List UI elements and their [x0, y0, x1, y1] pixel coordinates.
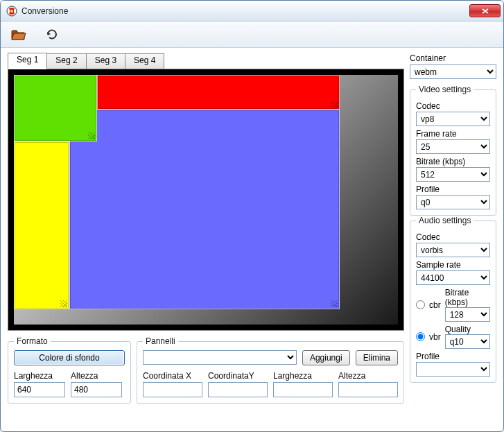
panel-altezza-input[interactable] [338, 382, 398, 397]
video-profile-select[interactable]: q0 [416, 195, 490, 209]
video-settings-legend: Video settings [416, 85, 473, 94]
audio-bitrate-label: Bitrate (kbps) [445, 288, 490, 307]
container-label: Container [410, 53, 496, 63]
pannelli-group: Pannelli Aggiungi Elimina Coordinata X [137, 336, 404, 404]
video-bitrate-select[interactable]: 512 [416, 167, 490, 182]
samplerate-select[interactable]: 44100 [416, 270, 490, 285]
altezza-input[interactable] [71, 382, 122, 397]
canvas[interactable] [14, 75, 398, 325]
close-button[interactable] [469, 4, 501, 17]
panel-altezza-label: Altezza [338, 371, 398, 381]
tab-seg-4[interactable]: Seg 4 [125, 53, 164, 69]
samplerate-label: Sample rate [416, 260, 490, 270]
coordy-input[interactable] [208, 382, 268, 397]
audio-settings-group: Audio settings Codec vorbis Sample rate … [410, 216, 496, 383]
tab-seg-1[interactable]: Seg 1 [8, 53, 47, 69]
larghezza-input[interactable] [14, 382, 65, 397]
background-color-button[interactable]: Colore di sfondo [14, 350, 125, 365]
video-profile-label: Profile [416, 184, 490, 194]
refresh-button[interactable] [41, 25, 63, 44]
open-folder-button[interactable] [8, 25, 30, 44]
formato-legend: Formato [14, 336, 51, 346]
video-codec-label: Codec [416, 101, 490, 111]
panel-larghezza-label: Larghezza [273, 371, 333, 381]
audio-codec-select[interactable]: vorbis [416, 243, 490, 257]
panel-green[interactable] [14, 75, 97, 141]
formato-group: Formato Colore di sfondo Larghezza Altez… [8, 336, 131, 404]
segment-tabs: Seg 1 Seg 2 Seg 3 Seg 4 [8, 52, 404, 69]
video-settings-group: Video settings Codec vp8 Frame rate 25 B… [410, 85, 496, 216]
vbr-radio[interactable] [416, 332, 425, 341]
add-panel-button[interactable]: Aggiungi [302, 350, 350, 365]
container-select[interactable]: webm [410, 64, 496, 79]
framerate-label: Frame rate [416, 129, 490, 139]
coordx-input[interactable] [143, 382, 202, 397]
coordy-label: CoordinataY [208, 371, 268, 381]
panel-larghezza-input[interactable] [273, 382, 333, 397]
cbr-label: cbr [429, 300, 441, 310]
tab-seg-3[interactable]: Seg 3 [86, 53, 125, 69]
quality-label: Quality [445, 325, 490, 334]
toolbar [1, 21, 503, 48]
audio-profile-select[interactable] [416, 362, 490, 377]
video-bitrate-label: Bitrate (kbps) [416, 157, 490, 166]
panel-yellow[interactable] [14, 141, 69, 309]
audio-codec-label: Codec [416, 232, 490, 242]
quality-select[interactable]: q10 [445, 334, 490, 349]
vbr-label: vbr [429, 332, 441, 342]
svg-point-1 [10, 9, 13, 12]
coordx-label: Coordinata X [143, 371, 202, 381]
video-codec-select[interactable]: vp8 [416, 112, 490, 126]
altezza-label: Altezza [71, 371, 122, 381]
panel-select[interactable] [143, 350, 297, 365]
audio-profile-label: Profile [416, 352, 490, 361]
window-title: Conversione [21, 6, 469, 16]
titlebar: Conversione [1, 1, 503, 21]
audio-bitrate-select[interactable]: 128 [445, 307, 490, 322]
delete-panel-button[interactable]: Elimina [356, 350, 398, 365]
audio-settings-legend: Audio settings [416, 216, 473, 225]
cbr-radio[interactable] [416, 300, 425, 309]
pannelli-legend: Pannelli [143, 336, 178, 346]
canvas-area [8, 69, 404, 331]
panel-blue[interactable] [69, 110, 340, 309]
tab-seg-2[interactable]: Seg 2 [46, 53, 86, 69]
framerate-select[interactable]: 25 [416, 139, 490, 154]
panel-red[interactable] [97, 75, 340, 110]
larghezza-label: Larghezza [14, 371, 65, 381]
app-icon [6, 6, 17, 17]
